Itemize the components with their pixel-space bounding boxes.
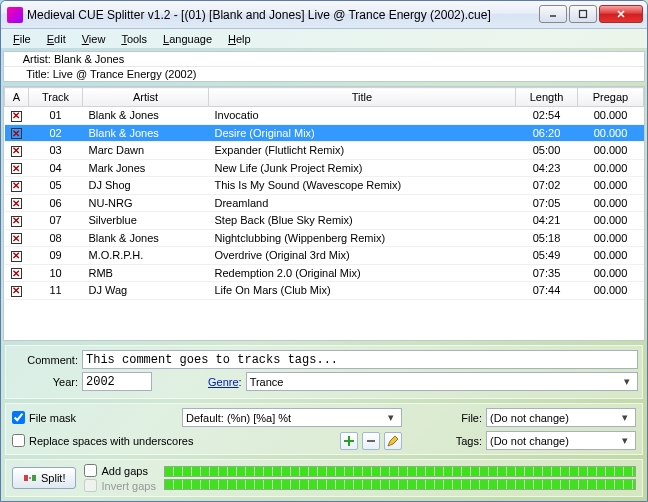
menu-help[interactable]: Help [220, 31, 259, 47]
svg-rect-1 [580, 10, 587, 17]
cell-length: 04:23 [516, 159, 578, 177]
replace-spaces-check[interactable] [12, 434, 25, 447]
track-table: A Track Artist Title Length Pregap ✕01Bl… [4, 87, 644, 300]
col-track[interactable]: Track [29, 88, 83, 107]
genre-select[interactable]: Trance ▾ [246, 372, 638, 391]
genre-link[interactable]: Genre [208, 376, 239, 388]
cell-artist: NU-NRG [83, 194, 209, 212]
cell-title: Step Back (Blue Sky Remix) [209, 212, 516, 230]
action-icon[interactable]: ✕ [11, 128, 22, 139]
action-icon[interactable]: ✕ [11, 216, 22, 227]
col-length[interactable]: Length [516, 88, 578, 107]
action-icon[interactable]: ✕ [11, 251, 22, 262]
cell-title: New Life (Junk Project Remix) [209, 159, 516, 177]
filemask-select[interactable]: Default: (%n) [%a] %t ▾ [182, 408, 402, 427]
menu-file[interactable]: File [5, 31, 39, 47]
chevron-down-icon: ▾ [618, 411, 632, 424]
track-table-scroll[interactable]: A Track Artist Title Length Pregap ✕01Bl… [3, 86, 645, 341]
year-input[interactable] [82, 372, 152, 391]
cell-pregap: 00.000 [578, 212, 644, 230]
minimize-button[interactable] [539, 5, 567, 23]
tags-select[interactable]: (Do not change) ▾ [486, 431, 636, 450]
progress-bars [164, 466, 636, 490]
menu-edit[interactable]: Edit [39, 31, 74, 47]
action-icon[interactable]: ✕ [11, 233, 22, 244]
menu-language[interactable]: Language [155, 31, 220, 47]
cell-length: 04:21 [516, 212, 578, 230]
cell-artist: Blank & Jones [83, 229, 209, 247]
col-title[interactable]: Title [209, 88, 516, 107]
col-a[interactable]: A [5, 88, 29, 107]
tag-panel: Comment: Year: Genre: Trance ▾ [5, 345, 643, 399]
remove-button[interactable] [362, 432, 380, 450]
table-row[interactable]: ✕07SilverblueStep Back (Blue Sky Remix)0… [5, 212, 644, 230]
add-button[interactable] [340, 432, 358, 450]
action-icon[interactable]: ✕ [11, 286, 22, 297]
cell-artist: RMB [83, 264, 209, 282]
action-icon[interactable]: ✕ [11, 181, 22, 192]
action-icon[interactable]: ✕ [11, 198, 22, 209]
split-button[interactable]: Split! [12, 467, 76, 489]
cell-pregap: 00.000 [578, 264, 644, 282]
cell-track: 08 [29, 229, 83, 247]
table-row[interactable]: ✕09M.O.R.P.H.Overdrive (Original 3rd Mix… [5, 247, 644, 265]
cell-pregap: 00.000 [578, 107, 644, 125]
close-button[interactable] [599, 5, 643, 23]
action-icon[interactable]: ✕ [11, 268, 22, 279]
bottom-panel: Split! Add gaps Invert gaps [5, 459, 643, 497]
table-row[interactable]: ✕02Blank & JonesDesire (Original Mix)06:… [5, 124, 644, 142]
add-gaps-checkbox[interactable]: Add gaps [84, 464, 155, 477]
table-row[interactable]: ✕03Marc DawnExpander (Flutlicht Remix)05… [5, 142, 644, 160]
file-label: File: [461, 412, 482, 424]
cell-artist: Blank & Jones [83, 107, 209, 125]
table-row[interactable]: ✕04Mark JonesNew Life (Junk Project Remi… [5, 159, 644, 177]
header-artist-row[interactable]: Artist: Blank & Jones [4, 52, 644, 67]
invert-gaps-checkbox: Invert gaps [84, 479, 155, 492]
cell-title: Expander (Flutlicht Remix) [209, 142, 516, 160]
cell-artist: Mark Jones [83, 159, 209, 177]
col-artist[interactable]: Artist [83, 88, 209, 107]
header-title-row[interactable]: Title: Live @ Trance Energy (2002) [4, 67, 644, 81]
cell-title: Dreamland [209, 194, 516, 212]
action-icon[interactable]: ✕ [11, 146, 22, 157]
cell-length: 07:05 [516, 194, 578, 212]
cell-title: Life On Mars (Club Mix) [209, 282, 516, 300]
action-icon[interactable]: ✕ [11, 163, 22, 174]
comment-input[interactable] [82, 350, 638, 369]
table-row[interactable]: ✕08Blank & JonesNightclubbing (Wippenber… [5, 229, 644, 247]
cell-track: 11 [29, 282, 83, 300]
titlebar[interactable]: Medieval CUE Splitter v1.2 - [(01) [Blan… [1, 1, 647, 29]
replace-spaces-checkbox[interactable]: Replace spaces with underscores [12, 432, 402, 450]
maximize-button[interactable] [569, 5, 597, 23]
filemask-checkbox[interactable]: File mask [12, 411, 172, 424]
table-row[interactable]: ✕01Blank & JonesInvocatio02:5400.000 [5, 107, 644, 125]
header-artist-label: Artist: [23, 53, 51, 65]
menubar: File Edit View Tools Language Help [1, 29, 647, 49]
table-row[interactable]: ✕05DJ ShogThis Is My Sound (Wavescope Re… [5, 177, 644, 195]
table-row[interactable]: ✕06NU-NRGDreamland07:0500.000 [5, 194, 644, 212]
cell-length: 02:54 [516, 107, 578, 125]
menu-view[interactable]: View [74, 31, 114, 47]
file-select[interactable]: (Do not change) ▾ [486, 408, 636, 427]
cell-track: 09 [29, 247, 83, 265]
cell-length: 07:44 [516, 282, 578, 300]
table-row[interactable]: ✕11DJ WagLife On Mars (Club Mix)07:4400.… [5, 282, 644, 300]
cell-length: 05:00 [516, 142, 578, 160]
cell-artist: Marc Dawn [83, 142, 209, 160]
cell-title: This Is My Sound (Wavescope Remix) [209, 177, 516, 195]
menu-tools[interactable]: Tools [113, 31, 155, 47]
cell-pregap: 00.000 [578, 177, 644, 195]
window-title: Medieval CUE Splitter v1.2 - [(01) [Blan… [27, 8, 537, 22]
filemask-check[interactable] [12, 411, 25, 424]
chevron-down-icon: ▾ [620, 375, 634, 388]
header-artist: Blank & Jones [54, 53, 124, 65]
cell-artist: Blank & Jones [83, 124, 209, 142]
edit-button[interactable] [384, 432, 402, 450]
table-row[interactable]: ✕10RMBRedemption 2.0 (Original Mix)07:35… [5, 264, 644, 282]
col-pregap[interactable]: Pregap [578, 88, 644, 107]
action-icon[interactable]: ✕ [11, 111, 22, 122]
cell-artist: M.O.R.P.H. [83, 247, 209, 265]
cell-track: 10 [29, 264, 83, 282]
cell-track: 01 [29, 107, 83, 125]
comment-label: Comment: [10, 354, 82, 366]
